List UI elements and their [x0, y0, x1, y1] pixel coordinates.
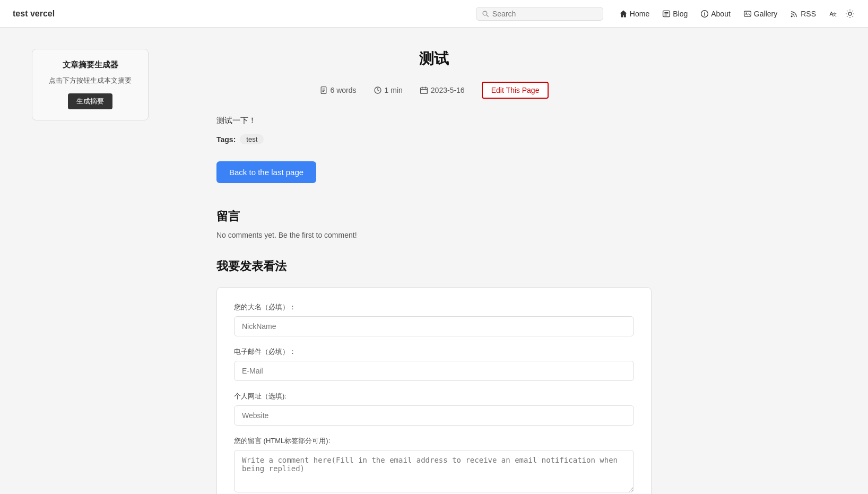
search-box[interactable]: [476, 7, 603, 21]
meta-words: 6 words: [319, 86, 357, 94]
nav-blog[interactable]: Blog: [657, 6, 693, 21]
comment-label: 您的留言 (HTML标签部分可用):: [234, 436, 634, 446]
settings-icon[interactable]: [845, 8, 855, 19]
main-wrapper: 文章摘要生成器 点击下方按钮生成本文摘要 生成摘要 测试 6 words: [0, 28, 868, 494]
meta-date: 2023-5-16: [420, 86, 465, 94]
email-label: 电子邮件（必填）：: [234, 347, 634, 357]
publish-date: 2023-5-16: [431, 86, 465, 94]
comment-form: 您的大名（必填）： 电子邮件（必填）： 个人网址（选填): 您的留言 (HTML…: [216, 287, 652, 494]
comment-form-title: 我要发表看法: [216, 258, 652, 274]
comment-group: 您的留言 (HTML标签部分可用):: [234, 436, 634, 494]
tags-label: Tags:: [216, 135, 236, 144]
image-icon: [743, 10, 752, 18]
home-icon: [619, 10, 628, 18]
website-group: 个人网址（选填):: [234, 392, 634, 426]
back-button[interactable]: Back to the last page: [216, 161, 316, 183]
svg-rect-6: [744, 11, 751, 16]
summary-widget: 文章摘要生成器 点击下方按钮生成本文摘要 生成摘要: [32, 49, 149, 120]
svg-point-11: [848, 12, 852, 15]
svg-point-5: [705, 12, 705, 12]
read-time: 1 min: [385, 86, 403, 94]
svg-point-8: [791, 15, 793, 17]
tag-item[interactable]: test: [240, 134, 264, 144]
name-label: 您的大名（必填）：: [234, 302, 634, 312]
translate-icon: A 文: [829, 10, 837, 18]
article-intro: 测试一下！: [216, 116, 652, 126]
website-input[interactable]: [234, 405, 634, 426]
nav-rss[interactable]: RSS: [785, 6, 821, 21]
generate-summary-button[interactable]: 生成摘要: [68, 93, 112, 109]
comments-title: 留言: [216, 209, 652, 224]
nav-translate[interactable]: A 文: [823, 6, 843, 21]
name-group: 您的大名（必填）：: [234, 302, 634, 336]
document-icon: [319, 86, 328, 94]
calendar-icon: [420, 86, 428, 94]
no-comments-text: No comments yet. Be the first to comment…: [216, 231, 652, 239]
website-label: 个人网址（选填):: [234, 392, 634, 401]
svg-point-0: [483, 11, 487, 15]
email-group: 电子邮件（必填）：: [234, 347, 634, 381]
svg-text:文: 文: [832, 12, 837, 17]
nav-links: Home Blog About Gallery: [614, 6, 855, 21]
search-input[interactable]: [492, 10, 597, 18]
rss-icon: [790, 10, 798, 18]
tags-row: Tags: test: [216, 134, 652, 144]
page-title: 测试: [216, 49, 652, 69]
widget-desc: 点击下方按钮生成本文摘要: [41, 75, 140, 86]
name-input[interactable]: [234, 316, 634, 336]
edit-page-button[interactable]: Edit This Page: [482, 82, 549, 99]
email-input[interactable]: [234, 361, 634, 381]
blog-icon: [662, 10, 671, 18]
meta-bar: 6 words 1 min 2023-5-16 Edit This Page: [216, 82, 652, 99]
search-icon: [482, 10, 489, 18]
brand-link[interactable]: test vercel: [13, 9, 55, 19]
info-icon: [700, 10, 709, 18]
widget-title: 文章摘要生成器: [41, 60, 140, 70]
svg-rect-17: [420, 88, 427, 93]
nav-gallery[interactable]: Gallery: [738, 6, 783, 21]
clock-icon: [374, 86, 382, 94]
page-content: 测试 6 words 1 min: [216, 49, 652, 494]
navbar: test vercel Home Blog: [0, 0, 868, 28]
nav-home[interactable]: Home: [614, 6, 655, 21]
nav-about[interactable]: About: [695, 6, 736, 21]
comment-textarea[interactable]: [234, 450, 634, 492]
svg-line-1: [487, 15, 489, 17]
words-count: 6 words: [331, 86, 357, 94]
meta-read-time: 1 min: [374, 86, 403, 94]
